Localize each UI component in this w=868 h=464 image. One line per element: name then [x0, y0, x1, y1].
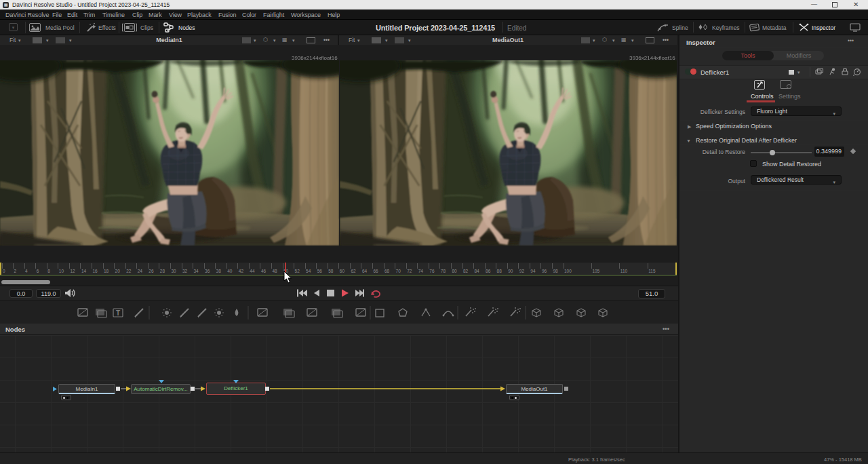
svg-text:T: T — [116, 309, 120, 317]
